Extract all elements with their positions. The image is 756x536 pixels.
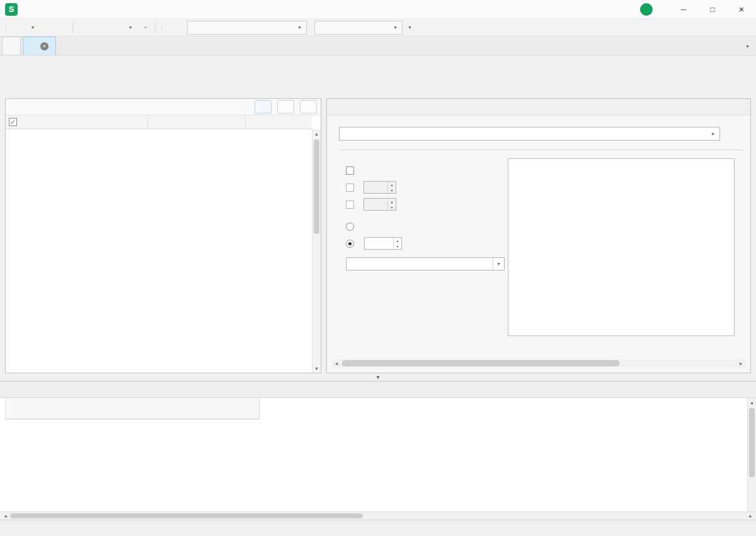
titlebar-controls: ─ □ ×	[640, 0, 756, 19]
tab-close-icon[interactable]: ×	[40, 42, 49, 50]
scroll-up-icon[interactable]: ▲	[748, 398, 756, 407]
random-timestamp-row	[346, 219, 507, 233]
connection-combobox[interactable]: ▼	[187, 21, 307, 35]
copy-button[interactable]	[91, 21, 106, 35]
random-seed-row: ▲▼	[346, 236, 507, 250]
scrollbar-thumb[interactable]	[10, 513, 363, 518]
spinner-up-icon[interactable]: ▲	[388, 199, 396, 204]
preview-table-header	[5, 398, 260, 419]
minimize-button[interactable]: ─	[669, 0, 698, 19]
close-button[interactable]: ×	[727, 0, 756, 19]
generator-combobox[interactable]: ▼	[339, 127, 720, 141]
main-toolbar: ⁞ ▼ ▼ ▼ ⁞ ▼ ▼ ▼	[0, 19, 756, 37]
collapse-all-button[interactable]	[277, 100, 294, 114]
empty-percent-spinner[interactable]: ▲▼	[364, 198, 396, 211]
seed-spinner[interactable]: ▲▼	[364, 237, 402, 250]
app-logo-icon: S	[5, 3, 18, 16]
null-values-row: ▲▼	[346, 180, 507, 194]
refresh-button[interactable]	[255, 100, 272, 114]
redo-button[interactable]: ▼	[137, 21, 152, 35]
toolbar-options-chevron-icon[interactable]: ▼	[408, 25, 412, 30]
unique-values-row	[346, 163, 507, 177]
maximize-button[interactable]: □	[698, 0, 727, 19]
tab-start-page[interactable]	[2, 37, 21, 55]
tables-panel-header	[6, 99, 321, 115]
tab-list-chevron-icon[interactable]: ▼	[745, 44, 750, 49]
scrollbar-thumb[interactable]	[342, 360, 619, 366]
tree-grid-header: ✓	[6, 115, 312, 129]
unique-values-checkbox[interactable]	[346, 166, 354, 175]
toolbar-separator	[72, 22, 73, 33]
chevron-down-icon: ▼	[711, 132, 715, 136]
database-combobox[interactable]: ▼	[314, 21, 403, 35]
generator-row: ▼	[335, 127, 720, 141]
null-values-checkbox[interactable]	[346, 184, 354, 192]
toolbar-separator	[155, 22, 156, 33]
fill-settings-controls: ▲▼ ▲▼ ▲▼ ▼	[346, 163, 507, 271]
open-button[interactable]: ▼	[24, 21, 39, 35]
title-bar: S ─ □ ×	[0, 0, 756, 19]
undo-button[interactable]: ▼	[122, 21, 137, 35]
user-account-badge[interactable]	[640, 3, 653, 16]
undo-dropdown-icon[interactable]: ▼	[129, 25, 133, 30]
scroll-right-icon[interactable]: ►	[736, 359, 745, 368]
tab-sakila-document[interactable]: ×	[23, 37, 56, 55]
new-sql-button[interactable]	[9, 21, 24, 35]
scroll-left-icon[interactable]: ◄	[332, 359, 341, 368]
tables-panel: ✓ ▲ ▼	[5, 98, 321, 373]
document-header	[0, 55, 756, 93]
tree-vertical-scrollbar[interactable]: ▲ ▼	[312, 129, 321, 373]
spinner-up-icon[interactable]: ▲	[388, 182, 396, 187]
scroll-left-icon[interactable]: ◄	[1, 512, 9, 520]
data-generator-button[interactable]	[164, 21, 180, 35]
preview-vertical-scrollbar[interactable]: ▲	[747, 398, 756, 511]
cut-button[interactable]	[76, 21, 91, 35]
expression-editor[interactable]	[508, 158, 735, 336]
preview-horizontal-scrollbar[interactable]: ◄ ►	[0, 511, 756, 520]
spinner-up-icon[interactable]: ▲	[394, 238, 401, 243]
select-all-checkbox[interactable]: ✓	[9, 118, 17, 126]
preview-panel-header	[0, 382, 756, 398]
splitter-collapse-icon[interactable]: ▼	[369, 374, 387, 380]
paste-button[interactable]	[106, 21, 122, 35]
preview-table	[5, 398, 747, 511]
save-button[interactable]	[39, 21, 54, 35]
spinner-down-icon[interactable]: ▼	[388, 187, 396, 193]
scrollbar-thumb[interactable]	[314, 139, 319, 234]
scrollbar-thumb[interactable]	[749, 408, 755, 477]
save-all-button[interactable]	[54, 21, 69, 35]
status-bar	[0, 520, 756, 536]
comments-combobox[interactable]: ▼	[346, 257, 505, 271]
expand-all-button[interactable]	[300, 100, 317, 114]
chevron-down-icon: ▼	[297, 25, 302, 30]
random-seed-radio[interactable]	[346, 240, 354, 248]
settings-horizontal-scrollbar[interactable]: ◄ ►	[332, 359, 745, 368]
column-settings-panel: ▼ ▲▼ ▲▼	[326, 98, 751, 373]
redo-dropdown-icon[interactable]: ▼	[144, 25, 148, 30]
chevron-down-icon: ▼	[393, 25, 398, 30]
fill-settings-group	[335, 149, 743, 150]
empty-values-checkbox[interactable]	[346, 201, 354, 209]
tables-tree	[6, 129, 312, 373]
scroll-right-icon[interactable]: ►	[747, 512, 755, 520]
spinner-down-icon[interactable]: ▼	[394, 243, 401, 249]
preview-panel: ▲ ◄ ►	[0, 381, 756, 520]
settings-panel-header	[327, 99, 750, 115]
chevron-down-icon: ▼	[496, 262, 501, 266]
empty-values-row: ▲▼	[346, 197, 507, 211]
toolbar-grip: ⁞	[161, 25, 163, 31]
spinner-down-icon[interactable]: ▼	[388, 204, 396, 210]
random-timestamp-radio[interactable]	[346, 223, 354, 231]
document-tab-strip: × ▼	[0, 37, 756, 55]
scroll-down-icon[interactable]: ▼	[312, 364, 321, 373]
open-dropdown-icon[interactable]: ▼	[31, 25, 35, 30]
scroll-up-icon[interactable]: ▲	[312, 129, 321, 138]
null-percent-spinner[interactable]: ▲▼	[364, 181, 396, 194]
toolbar-grip: ⁞	[5, 25, 6, 31]
